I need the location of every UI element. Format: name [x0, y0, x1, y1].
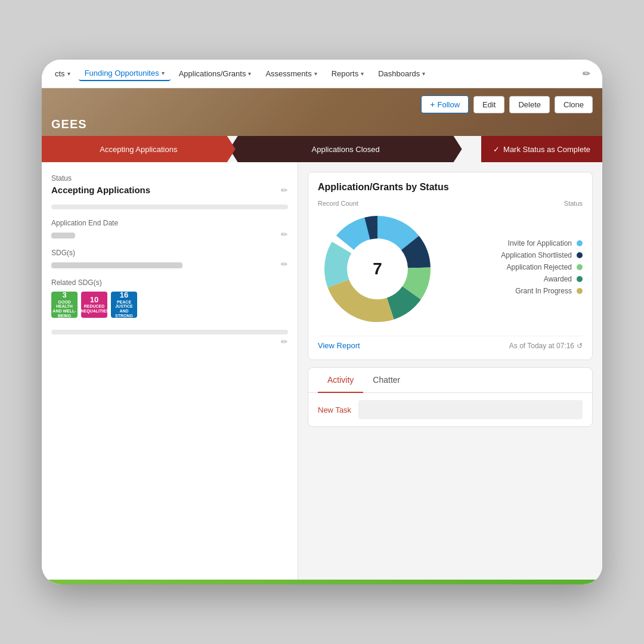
page-title: GEES [51, 117, 87, 131]
status-field: Status Accepting Applications ✏ [51, 174, 288, 195]
activity-card: Activity Chatter New Task [308, 367, 593, 427]
device-frame: cts ▾ Funding Opportunites ▾ Application… [42, 60, 602, 584]
sdg-label: SDG(s) [51, 249, 288, 257]
legend-dot-shortlisted [577, 252, 583, 258]
clone-button[interactable]: Clone [555, 96, 593, 113]
delete-button[interactable]: Delete [509, 96, 550, 113]
status-edit-icon[interactable]: ✏ [281, 185, 288, 195]
chart-card: Application/Grants by Status Record Coun… [308, 172, 593, 360]
nav-item-applications[interactable]: Applications/Grants ▾ [173, 67, 258, 80]
sdg-badge-16: 16 PEACE JUSTICE AND STRONG [111, 292, 137, 318]
status-value: Accepting Applications [51, 185, 150, 195]
activity-body: New Task [308, 393, 592, 426]
donut-chart: 7 [318, 209, 437, 329]
legend-dot-grant [577, 288, 583, 294]
status-step-accepting[interactable]: Accepting Applications [42, 136, 236, 162]
legend-item-grant: Grant In Progress [449, 287, 583, 295]
chart-title: Application/Grants by Status [318, 182, 583, 193]
bottom-bar [42, 580, 602, 584]
sdg-badges: 3 GOOD HEALTH AND WELL-BEING 10 REDUCED … [51, 292, 288, 318]
sdg-edit-icon[interactable]: ✏ [281, 259, 288, 269]
end-date-label: Application End Date [51, 219, 288, 227]
action-buttons: Follow Edit Delete Clone [421, 95, 593, 113]
sdg-badge-10: 10 REDUCED INEQUALITIES [81, 292, 107, 318]
view-report-link[interactable]: View Report [318, 341, 360, 350]
right-panel: Application/Grants by Status Record Coun… [298, 162, 602, 580]
nav-bar: cts ▾ Funding Opportunites ▾ Application… [42, 60, 602, 88]
follow-button[interactable]: Follow [421, 95, 469, 113]
mark-complete-button[interactable]: ✓ Mark Status as Complete [481, 136, 602, 162]
end-date-edit-icon[interactable]: ✏ [281, 230, 288, 239]
edit-nav-icon[interactable]: ✏ [578, 66, 595, 82]
refresh-icon[interactable]: ↺ [577, 342, 583, 350]
legend-label-grant: Grant In Progress [515, 287, 572, 295]
left-panel: Status Accepting Applications ✏ Applicat… [42, 162, 298, 580]
nav-chevron-icon: ▾ [361, 70, 364, 77]
legend-dot-invite [577, 240, 583, 246]
page-title-area: GEES [42, 113, 97, 136]
legend-item-shortlisted: Application Shortlisted [449, 251, 583, 259]
nav-item-reports[interactable]: Reports ▾ [326, 67, 370, 80]
nav-chevron-icon: ▾ [314, 70, 317, 77]
related-sdg-label: Related SDG(s) [51, 278, 288, 287]
legend-dot-rejected [577, 264, 583, 270]
bottom-edit-icon[interactable]: ✏ [281, 337, 288, 346]
legend-label-rejected: Application Rejected [507, 263, 572, 271]
sdg-placeholder [51, 262, 182, 268]
legend-item-rejected: Application Rejected [449, 263, 583, 271]
sdg-badge-3: 3 GOOD HEALTH AND WELL-BEING [51, 292, 78, 318]
record-count-label: Record Count [318, 200, 358, 207]
tab-chatter[interactable]: Chatter [363, 368, 410, 393]
screen: cts ▾ Funding Opportunites ▾ Application… [42, 60, 602, 584]
nav-item-dashboards[interactable]: Dashboards ▾ [372, 67, 431, 80]
related-sdg-field: Related SDG(s) 3 GOOD HEALTH AND WELL-BE… [51, 278, 288, 318]
legend-label-awarded: Awarded [544, 275, 572, 283]
nav-item-cts[interactable]: cts ▾ [49, 67, 76, 80]
divider-bar-1 [51, 205, 288, 209]
chart-footer: View Report As of Today at 07:16 ↺ [318, 336, 583, 350]
activity-tabs: Activity Chatter [308, 368, 592, 393]
legend-dot-awarded [577, 276, 583, 282]
task-input-area[interactable] [358, 400, 583, 419]
status-bar: Accepting Applications Applications Clos… [42, 136, 602, 162]
end-date-placeholder [51, 233, 75, 239]
timestamp: As of Today at 07:16 ↺ [509, 342, 583, 350]
sdg-field: SDG(s) ✏ [51, 249, 288, 269]
nav-chevron-icon: ▾ [162, 70, 165, 76]
nav-chevron-icon: ▾ [422, 70, 425, 77]
status-label: Status [51, 174, 288, 182]
status-step-closed[interactable]: Applications Closed [230, 136, 462, 162]
status-chart-label: Status [564, 200, 583, 207]
legend-item-invite: Invite for Application [449, 239, 583, 247]
page-header: GEES Follow Edit Delete Clone [42, 88, 602, 136]
divider-bar-2 [51, 330, 288, 335]
end-date-field: Application End Date ✏ [51, 219, 288, 239]
checkmark-icon: ✓ [493, 145, 500, 154]
new-task-button[interactable]: New Task [318, 405, 351, 414]
chart-labels-top: Record Count Status [318, 200, 583, 207]
tab-activity[interactable]: Activity [318, 368, 363, 393]
legend-label-shortlisted: Application Shortlisted [501, 251, 572, 259]
nav-chevron-icon: ▾ [67, 70, 70, 77]
nav-chevron-icon: ▾ [248, 70, 251, 77]
legend-label-invite: Invite for Application [508, 239, 572, 247]
edit-button[interactable]: Edit [473, 96, 504, 113]
chart-legend: Invite for Application Application Short… [449, 239, 583, 299]
nav-item-funding[interactable]: Funding Opportunites ▾ [79, 66, 171, 81]
nav-item-assessments[interactable]: Assessments ▾ [259, 67, 323, 80]
donut-center-value: 7 [373, 259, 382, 278]
main-content: Status Accepting Applications ✏ Applicat… [42, 162, 602, 580]
legend-item-awarded: Awarded [449, 275, 583, 283]
chart-area: 7 Invite for Application Application Sho… [318, 209, 583, 329]
